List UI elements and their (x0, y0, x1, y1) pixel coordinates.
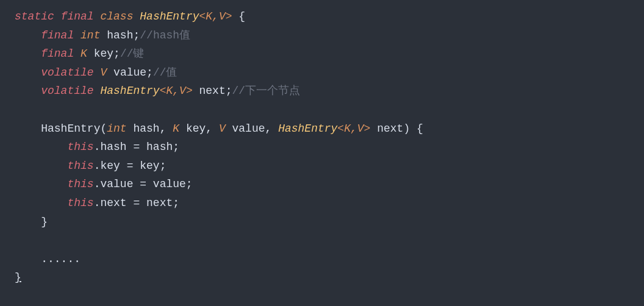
comment: //值 (153, 66, 177, 79)
generic-params: <K,V> (337, 123, 370, 135)
assignment: .key = key; (94, 160, 166, 172)
open-brace: { (232, 10, 246, 23)
type-k: K (173, 123, 179, 135)
assignment: .value = value; (94, 178, 193, 190)
close-brace: } (15, 271, 21, 283)
keyword-this: this (67, 160, 93, 172)
type-int: int (107, 123, 126, 135)
type-hashentry: HashEntry (100, 85, 159, 97)
comment: //下一个节点 (232, 85, 301, 97)
field-next: next; (193, 85, 232, 97)
type-int: int (80, 29, 100, 41)
param: hash, (127, 123, 173, 135)
ellipsis: ...... (41, 253, 80, 265)
code-block: static final class HashEntry<K,V> { fina… (15, 7, 629, 287)
field-key: key; (94, 48, 120, 60)
type-v: V (100, 66, 107, 79)
keyword-class: class (100, 10, 133, 23)
assignment: .next = next; (94, 197, 179, 209)
field-value: value; (113, 66, 153, 79)
keyword-this: this (67, 141, 93, 153)
param: next) (370, 123, 417, 135)
type-v: V (219, 123, 226, 135)
generic-params: <K,V> (160, 85, 193, 97)
keyword-volatile: volatile (41, 85, 93, 97)
field-hash: hash; (107, 29, 140, 41)
keyword-final: final (41, 29, 74, 41)
constructor-name: HashEntry( (41, 123, 107, 135)
keyword-this: this (67, 197, 93, 209)
keyword-volatile: volatile (41, 66, 93, 79)
class-name: HashEntry (140, 10, 199, 23)
param: value, (226, 123, 278, 135)
comment: //键 (120, 48, 145, 60)
keyword-this: this (67, 178, 93, 190)
type-k: K (80, 48, 87, 60)
generic-params: <K,V> (199, 10, 232, 23)
param: key, (179, 123, 219, 135)
keyword-final: final (61, 10, 94, 23)
keyword-static: static (15, 10, 54, 23)
comment: //hash值 (140, 29, 190, 41)
close-brace: } (41, 216, 48, 228)
open-brace: { (417, 123, 423, 135)
keyword-final: final (41, 48, 74, 60)
assignment: .hash = hash; (94, 141, 179, 153)
type-hashentry: HashEntry (278, 123, 337, 135)
